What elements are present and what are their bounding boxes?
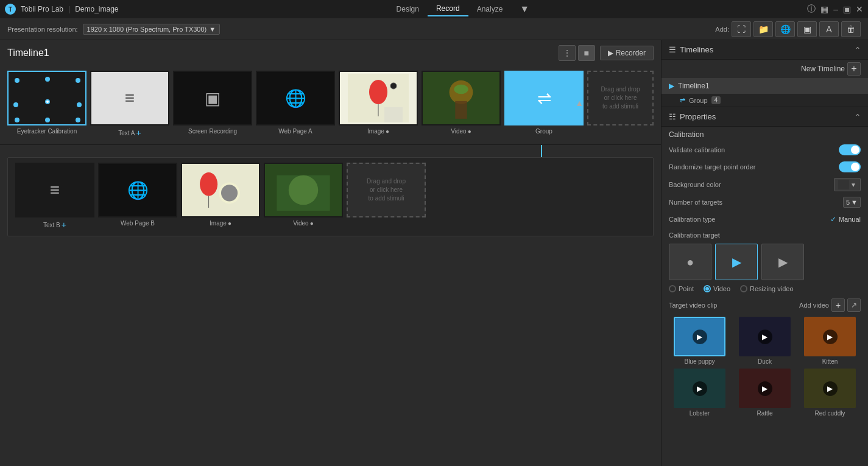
radio-resizing-label: Resizing video [750, 285, 794, 292]
drag-drop-zone-b[interactable]: Drag and dropor click hereto add stimuli [347, 163, 426, 217]
add-folder-btn[interactable]: 📁 [753, 21, 773, 37]
stimulus-image-b: Image ● [181, 163, 260, 227]
image-b-thumb[interactable] [181, 163, 260, 217]
web-b-icon: 🌐 [127, 180, 149, 200]
clip-red-cuddly[interactable]: ▶ Red cuddly [799, 369, 861, 417]
clip-blue-puppy[interactable]: ▶ Blue puppy [669, 317, 730, 365]
calib-type-text: Manual [839, 216, 861, 223]
radio-resizing-circle [740, 285, 747, 292]
video-b-thumb[interactable] [264, 163, 343, 217]
target-thumb-point[interactable]: ● [669, 244, 711, 280]
clip-kitten-label: Kitten [822, 358, 838, 365]
timeline-row-b: ≡ Text B + 🌐 [7, 157, 654, 236]
radio-video-circle [704, 285, 711, 292]
video-clip-label: Target video clip [669, 302, 718, 309]
grid-view-btn[interactable]: ⋮ [559, 45, 576, 61]
new-timeline-btn[interactable]: + [847, 62, 861, 76]
stimulus-text-b: ≡ Text B + [15, 163, 94, 230]
minimize-btn[interactable]: – [833, 4, 838, 14]
clip-blue-puppy-label: Blue puppy [684, 358, 715, 365]
play-overlay-blue-puppy: ▶ [693, 330, 707, 344]
screen-rec-icon: ▣ [205, 88, 221, 108]
tree-child-group[interactable]: ⇌ Group 4 [662, 94, 868, 107]
timeline-tree: ▶ Timeline1 ⇌ Group 4 [662, 78, 868, 107]
tree-item-timeline1[interactable]: ▶ Timeline1 [662, 78, 868, 94]
validate-calib-label: Validate calibration [669, 146, 839, 154]
clip-rattle[interactable]: ▶ Rattle [734, 369, 796, 417]
add-video-row: Add video + ↗ [799, 298, 861, 312]
text-a-add-icon[interactable]: + [136, 128, 141, 138]
target-thumb-resizing[interactable]: ▶ [761, 244, 804, 280]
bg-color-swatch-btn[interactable]: ▼ [834, 178, 861, 191]
num-targets-select[interactable]: 5 ▼ [843, 197, 861, 208]
add-screen-btn[interactable]: ▣ [797, 21, 817, 37]
new-timeline-row: New Timeline + [662, 60, 868, 78]
radio-point[interactable]: Point [669, 285, 694, 292]
properties-collapse-icon[interactable]: ⌃ [855, 113, 861, 121]
link-btn[interactable]: ↗ [847, 298, 861, 312]
target-point-icon: ● [686, 255, 694, 269]
web-a-thumb[interactable]: 🌐 [256, 71, 335, 125]
et-calib-thumb[interactable] [7, 71, 86, 125]
resolution-select[interactable]: 1920 x 1080 (Pro Spectrum, Pro TX300) ▼ [83, 24, 221, 35]
image-b-label: Image ● [181, 220, 260, 227]
svg-rect-4 [384, 107, 403, 122]
delete-btn[interactable]: 🗑 [841, 21, 861, 37]
close-btn[interactable]: ✕ [856, 4, 863, 14]
list-view-btn[interactable]: ■ [578, 45, 595, 61]
radio-resizing[interactable]: Resizing video [740, 285, 794, 292]
tab-record[interactable]: Record [428, 2, 468, 16]
et-calib-label: Eyetracker Calibration [7, 128, 86, 135]
web-b-thumb[interactable]: 🌐 [98, 163, 177, 217]
num-targets-arrow: ▼ [851, 199, 858, 206]
help-icon[interactable]: ⓘ [807, 4, 816, 15]
add-image-btn[interactable]: ⛶ [732, 21, 751, 37]
calib-type-label: Calibration type [669, 216, 830, 223]
play-overlay-red-cuddly: ▶ [823, 381, 838, 396]
randomize-order-toggle[interactable] [839, 161, 861, 172]
text-b-add-icon[interactable]: + [62, 220, 66, 230]
clip-kitten[interactable]: ▶ Kitten [799, 317, 861, 365]
image-b-clock: ● [228, 220, 231, 227]
right-panel: ☰ Timelines ⌃ New Timeline + ▶ Timeline1… [661, 40, 868, 466]
tab-design[interactable]: Design [388, 2, 428, 16]
image-a-thumb[interactable] [339, 71, 418, 125]
stimulus-group: ⇌ Group ▲ [504, 71, 584, 135]
clip-kitten-thumb: ▶ [804, 317, 856, 356]
tree-item-icon: ▶ [669, 82, 674, 90]
radio-video[interactable]: Video [704, 285, 730, 292]
validate-calib-toggle[interactable] [839, 144, 861, 155]
more-menu[interactable]: ▼ [511, 1, 538, 17]
main-layout: Timeline1 ⋮ ■ ▶ Recorder [0, 40, 868, 466]
chat-icon[interactable]: ▦ [820, 4, 828, 14]
clip-duck[interactable]: ▶ Duck [734, 317, 796, 365]
add-text-btn[interactable]: A [819, 21, 839, 37]
target-thumb-video[interactable]: ▶ [715, 244, 758, 280]
play-overlay-kitten: ▶ [823, 330, 838, 344]
text-b-thumb[interactable]: ≡ [15, 163, 94, 217]
tree-child-badge: 4 [711, 96, 721, 104]
stimulus-et-calib: Eyetracker Calibration [7, 71, 86, 135]
calib-type-value: ✓ Manual [830, 215, 861, 224]
prop-background-color: Background color ▼ [662, 175, 868, 194]
add-video-btn[interactable]: + [831, 298, 845, 312]
garden-svg [423, 72, 499, 124]
clip-lobster[interactable]: ▶ Lobster [669, 369, 730, 417]
check-icon: ✓ [830, 215, 836, 224]
screen-rec-thumb[interactable]: ▣ [173, 71, 252, 125]
text-a-thumb[interactable]: ≡ [90, 71, 169, 125]
num-targets-label: Number of targets [669, 199, 843, 206]
add-web-btn[interactable]: 🌐 [775, 21, 795, 37]
drag-drop-zone-a[interactable]: Drag and dropor click hereto add stimuli [587, 71, 654, 125]
shuffle-icon: ⇌ [537, 88, 551, 108]
video-a-thumb[interactable] [422, 71, 501, 125]
svg-rect-8 [455, 101, 467, 119]
restore-btn[interactable]: ▣ [843, 4, 851, 14]
group-thumb[interactable]: ⇌ [504, 71, 584, 125]
video-a-label: Video ● [422, 128, 501, 135]
expand-arrow[interactable]: ▲ [575, 98, 584, 108]
clip-duck-label: Duck [758, 358, 772, 365]
tab-analyze[interactable]: Analyze [468, 2, 512, 16]
recorder-button[interactable]: ▶ Recorder [600, 46, 654, 60]
timelines-collapse-icon[interactable]: ⌃ [855, 46, 861, 54]
